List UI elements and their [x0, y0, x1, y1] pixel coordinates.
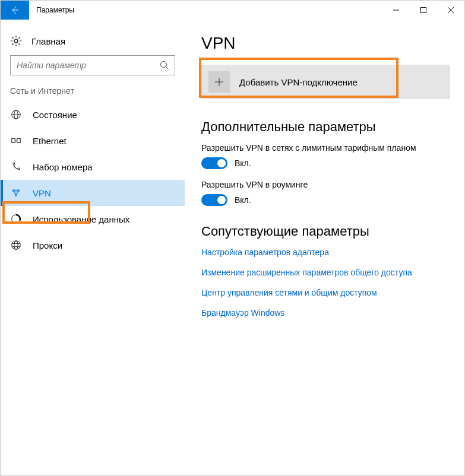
- svg-point-15: [17, 190, 20, 192]
- svg-point-16: [15, 194, 17, 196]
- toggle-vpn-metered[interactable]: [201, 157, 227, 169]
- sidebar-item-dialup[interactable]: Набор номера: [1, 154, 185, 180]
- toggle-state: Вкл.: [235, 158, 251, 168]
- search-container: [1, 53, 185, 75]
- sidebar-item-label: Набор номера: [33, 162, 93, 172]
- link-firewall[interactable]: Брандмауэр Windows: [201, 308, 450, 318]
- setting-vpn-metered: Разрешить VPN в сетях с лимитным тарифны…: [201, 143, 450, 169]
- sidebar-item-vpn[interactable]: VPN: [1, 180, 185, 206]
- toggle-vpn-roaming[interactable]: [201, 194, 227, 206]
- svg-line-19: [17, 192, 18, 194]
- link-adapter-settings[interactable]: Настройка параметров адаптера: [201, 247, 450, 257]
- window-controls: [382, 1, 464, 20]
- home-label: Главная: [31, 36, 65, 46]
- svg-point-21: [12, 241, 20, 249]
- nav-list: Состояние Ethernet Набор номера VPN: [1, 101, 185, 258]
- phone-icon: [10, 161, 22, 173]
- home-nav[interactable]: Главная: [1, 29, 185, 53]
- svg-line-18: [14, 192, 15, 194]
- toggle-state: Вкл.: [235, 195, 251, 205]
- plus-icon: [214, 77, 224, 87]
- sidebar-item-label: Ethernet: [33, 136, 67, 146]
- sidebar-item-ethernet[interactable]: Ethernet: [1, 128, 185, 154]
- svg-point-6: [161, 62, 167, 68]
- globe-icon: [10, 109, 22, 120]
- related-section: Сопутствующие параметры Настройка параме…: [201, 224, 450, 318]
- link-network-center[interactable]: Центр управления сетями и общим доступом: [201, 288, 450, 297]
- window-title: Параметры: [29, 6, 382, 14]
- search-box[interactable]: [10, 55, 175, 75]
- sidebar-item-label: VPN: [33, 188, 51, 198]
- sidebar-item-status[interactable]: Состояние: [1, 101, 185, 128]
- proxy-icon: [10, 239, 22, 251]
- plus-icon-box: [208, 71, 230, 93]
- svg-point-5: [14, 39, 18, 43]
- search-button[interactable]: [154, 56, 175, 75]
- sidebar-item-label: Прокси: [33, 240, 62, 250]
- titlebar: Параметры: [1, 1, 464, 20]
- back-button[interactable]: [1, 1, 29, 20]
- setting-label: Разрешить VPN в сетях с лимитным тарифны…: [201, 143, 450, 153]
- related-heading: Сопутствующие параметры: [201, 224, 450, 239]
- vpn-icon: [10, 187, 22, 199]
- sidebar-item-label: Состояние: [33, 110, 77, 120]
- search-input[interactable]: [11, 61, 154, 70]
- category-header: Сеть и Интернет: [1, 75, 185, 101]
- sidebar: Главная Сеть и Интернет Состояние: [1, 20, 185, 475]
- advanced-heading: Дополнительные параметры: [201, 119, 450, 135]
- maximize-icon: [420, 7, 426, 13]
- setting-vpn-roaming: Разрешить VPN в роуминге Вкл.: [201, 180, 450, 206]
- svg-rect-11: [12, 138, 15, 142]
- minimize-button[interactable]: [382, 1, 410, 20]
- search-icon: [160, 61, 169, 70]
- ethernet-icon: [10, 135, 22, 147]
- svg-point-22: [14, 241, 18, 249]
- arrow-left-icon: [10, 5, 20, 15]
- svg-line-7: [166, 67, 169, 70]
- sidebar-item-data-usage[interactable]: Использование данных: [1, 206, 185, 232]
- minimize-icon: [393, 7, 399, 13]
- page-title: VPN: [201, 34, 450, 53]
- gear-icon: [10, 35, 22, 47]
- link-sharing-settings[interactable]: Изменение расширенных параметров общего …: [201, 268, 450, 277]
- setting-label: Разрешить VPN в роуминге: [201, 180, 450, 189]
- svg-rect-12: [17, 138, 20, 142]
- sidebar-item-label: Использование данных: [33, 214, 129, 224]
- main-panel: VPN Добавить VPN-подключение Дополнитель…: [185, 20, 464, 475]
- data-usage-icon: [10, 213, 22, 225]
- svg-rect-2: [421, 8, 426, 13]
- add-vpn-label: Добавить VPN-подключение: [239, 77, 358, 87]
- close-icon: [448, 7, 454, 13]
- svg-point-14: [13, 190, 15, 192]
- add-vpn-button[interactable]: Добавить VPN-подключение: [201, 65, 450, 99]
- sidebar-item-proxy[interactable]: Прокси: [1, 232, 185, 258]
- maximize-button[interactable]: [410, 1, 437, 20]
- close-button[interactable]: [437, 1, 464, 20]
